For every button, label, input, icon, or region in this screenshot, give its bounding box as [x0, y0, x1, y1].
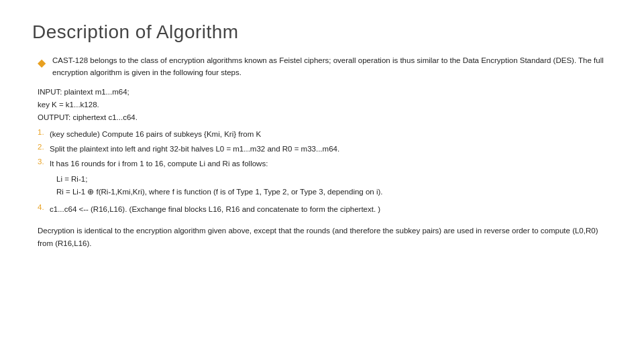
page: Description of Algorithm ◆ CAST-128 belo…: [0, 0, 644, 362]
numbered-list: 1. (key schedule) Compute 16 pairs of su…: [32, 128, 612, 170]
step-1-num: 1.: [38, 128, 50, 136]
step-2: 2. Split the plaintext into left and rig…: [38, 143, 612, 155]
bullet-section: ◆ CAST-128 belongs to the class of encry…: [32, 55, 612, 79]
step-4-num: 4.: [38, 203, 50, 211]
input-line1: INPUT: plaintext m1...m64;: [38, 86, 612, 99]
bullet-icon: ◆: [38, 56, 46, 69]
step-4: 4. c1...c64 <-- (R16,L16). (Exchange fin…: [38, 203, 612, 215]
step-3: 3. It has 16 rounds for i from 1 to 16, …: [38, 158, 612, 170]
step-1: 1. (key schedule) Compute 16 pairs of su…: [38, 128, 612, 140]
step-4-text: c1...c64 <-- (R16,L16). (Exchange final …: [50, 203, 380, 215]
input-line3: OUTPUT: ciphertext c1...c64.: [38, 111, 612, 124]
step-1-text: (key schedule) Compute 16 pairs of subke…: [50, 128, 261, 140]
input-block: INPUT: plaintext m1...m64; key K = k1...…: [32, 86, 612, 124]
bullet-text: CAST-128 belongs to the class of encrypt…: [52, 55, 612, 79]
indent-block: Li = Ri-1; Ri = Li-1 ⊕ f(Ri-1,Kmi,Kri), …: [32, 173, 612, 199]
input-line2: key K = k1...k128.: [38, 99, 612, 111]
decryption-text: Decryption is identical to the encryptio…: [38, 225, 612, 250]
step-2-num: 2.: [38, 143, 50, 151]
step-2-text: Split the plaintext into left and right …: [50, 143, 339, 155]
decryption-block: Decryption is identical to the encryptio…: [32, 225, 612, 250]
indent-line2: Ri = Li-1 ⊕ f(Ri-1,Kmi,Kri), where f is …: [56, 186, 612, 199]
step-3-num: 3.: [38, 158, 50, 166]
step4-block: 4. c1...c64 <-- (R16,L16). (Exchange fin…: [32, 203, 612, 215]
page-title: Description of Algorithm: [32, 21, 612, 43]
indent-line1: Li = Ri-1;: [56, 173, 612, 186]
step-3-text: It has 16 rounds for i from 1 to 16, com…: [50, 158, 268, 170]
